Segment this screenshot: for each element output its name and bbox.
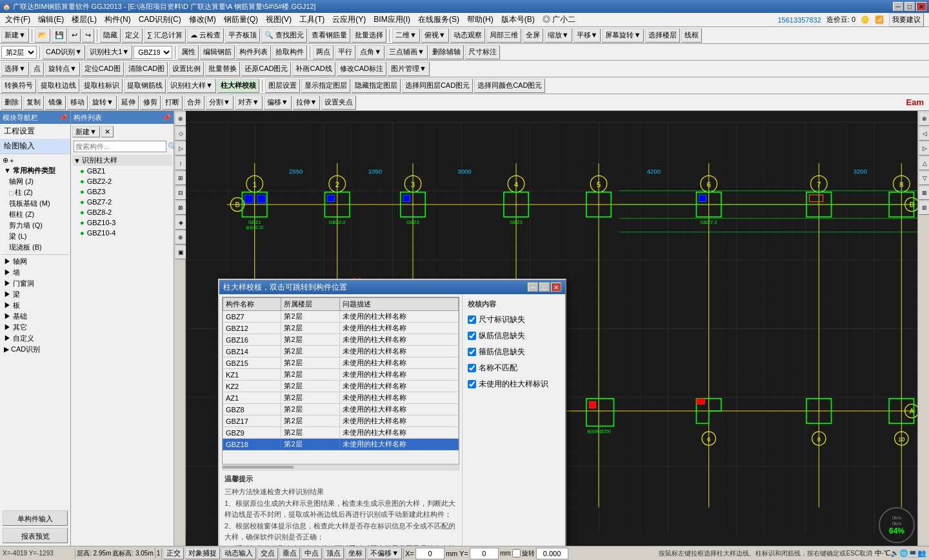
report-preview-btn[interactable]: 报表预览 xyxy=(3,528,68,543)
rot-point-btn[interactable]: 旋转点▼ xyxy=(45,62,80,76)
merge-btn[interactable]: 合并 xyxy=(184,95,205,110)
nav-foundation-group[interactable]: ▶ 基础 xyxy=(1,311,69,322)
find-btn[interactable]: 🔍 查找图元 xyxy=(261,28,307,43)
menu-help[interactable]: 帮助(H) xyxy=(463,13,497,26)
maximize-btn[interactable]: □ xyxy=(904,2,915,11)
nav-beam[interactable]: 梁 (L) xyxy=(1,231,69,242)
x-input[interactable] xyxy=(415,548,445,559)
zoom-btn[interactable]: 缩放▼ xyxy=(544,28,572,43)
menu-floor[interactable]: 楼层(L) xyxy=(68,13,101,26)
table-row[interactable]: KZ2 第2层 未使用的柱大样名称 xyxy=(223,381,459,392)
select-btn[interactable]: 选择▼ xyxy=(1,62,29,76)
sum-btn[interactable]: ∑ 汇总计算 xyxy=(144,28,186,43)
table-row[interactable]: GBZ7 第2层 未使用的柱大样名称 xyxy=(223,311,459,323)
nav-project-settings[interactable]: 工程设置 xyxy=(0,124,70,139)
align-top-btn[interactable]: 平齐板顶 xyxy=(225,28,260,43)
no-offset-btn[interactable]: 不偏移▼ xyxy=(367,548,402,559)
extract-col-mark-btn[interactable]: 提取柱标识 xyxy=(81,79,123,93)
menu-assistant[interactable]: ◎ 广小二 xyxy=(539,13,579,26)
midpoint-btn[interactable]: 中点 xyxy=(301,548,322,559)
nav-other-group[interactable]: ▶ 其它 xyxy=(1,322,69,333)
set-scale-btn[interactable]: 设置比例 xyxy=(169,62,204,76)
rt-tool-5[interactable]: ▽ xyxy=(919,171,929,185)
vertex-btn[interactable]: 顶点 xyxy=(323,548,344,559)
point-angle-btn[interactable]: 点角▼ xyxy=(357,45,385,59)
nav-pin[interactable]: 📌 xyxy=(59,114,68,122)
intersection-btn[interactable]: 交点 xyxy=(257,548,278,559)
rt-tool-7[interactable]: ⊞ xyxy=(919,201,929,215)
y-input[interactable] xyxy=(470,548,499,559)
nav-custom-group[interactable]: ▶ 自定义 xyxy=(1,333,69,344)
extract-col-edge-btn[interactable]: 提取柱边线 xyxy=(37,79,79,93)
suggestion-btn[interactable]: 我要建议 xyxy=(889,13,924,27)
align-btn[interactable]: 对齐▼ xyxy=(235,95,263,110)
minimize-btn[interactable]: ─ xyxy=(893,2,903,11)
layer-settings-btn[interactable]: 图层设置 xyxy=(265,79,300,93)
dialog-table-scroll[interactable]: 构件名称 所属楼层 问题描述 GBZ7 第2层 未使用的 xyxy=(222,297,459,465)
dim-btn[interactable]: 尺寸标注 xyxy=(465,45,500,59)
comp-pin[interactable]: 📌 xyxy=(162,114,171,122)
extend-btn[interactable]: 延伸 xyxy=(118,95,139,110)
wireframe-btn[interactable]: 线框 xyxy=(681,28,702,43)
nav-col[interactable]: □柱 (Z) xyxy=(1,187,69,198)
nav-cast-slab[interactable]: 现浇板 (B) xyxy=(1,242,69,253)
menu-bim[interactable]: BIM应用(I) xyxy=(370,13,414,26)
rotate-btn[interactable]: 屏幕旋转▼ xyxy=(602,28,644,43)
comp-new-btn[interactable]: 新建▼ xyxy=(72,126,100,137)
topview-btn[interactable]: 俯视▼ xyxy=(421,28,449,43)
nav-door-group[interactable]: ▶ 门窗洞 xyxy=(1,278,69,289)
new-btn[interactable]: 新建▼ xyxy=(1,28,29,43)
menu-rebar[interactable]: 钢筋量(Q) xyxy=(220,13,262,26)
dynamic-obs-btn[interactable]: 动态观察 xyxy=(450,28,485,43)
left-tool-1[interactable]: ⊕ xyxy=(175,112,186,126)
perpendicular-btn[interactable]: 垂点 xyxy=(279,548,300,559)
two-point-btn[interactable]: 两点 xyxy=(313,45,334,59)
menu-version[interactable]: 版本号(B) xyxy=(497,13,539,26)
checkbox-rebar[interactable] xyxy=(468,332,476,340)
menu-cloud[interactable]: 云应用(Y) xyxy=(328,13,370,26)
del-aux-btn[interactable]: 删除辅轴 xyxy=(429,45,464,59)
comp-del-btn[interactable]: ✕ xyxy=(101,126,114,137)
pick-comp-btn[interactable]: 拾取构件 xyxy=(272,45,307,59)
dialog-minimize-btn[interactable]: ─ xyxy=(528,283,538,292)
restore-cad-btn[interactable]: 还原CAD图元 xyxy=(241,62,291,76)
nav-slab-group[interactable]: ▶ 板 xyxy=(1,300,69,311)
rotate-input[interactable] xyxy=(536,548,568,559)
nav-expand-tools[interactable]: ⊕+ xyxy=(1,155,69,165)
nav-frame-col[interactable]: 框柱 (Z) xyxy=(1,209,69,220)
left-tool-8[interactable]: ◈ xyxy=(175,215,186,230)
dialog-maximize-btn[interactable]: □ xyxy=(539,283,550,292)
save-btn[interactable]: 💾 xyxy=(52,28,67,43)
view-rebar-btn[interactable]: 查看钢筋量 xyxy=(308,28,350,43)
extract-rebar-line-btn[interactable]: 提取钢筋线 xyxy=(124,79,166,93)
orthogonal-btn[interactable]: 正交 xyxy=(163,548,184,559)
dialog-close-btn[interactable]: ✕ xyxy=(551,283,561,292)
table-row[interactable]: KZ1 第2层 未使用的柱大样名称 xyxy=(223,369,459,381)
open-btn[interactable]: 📂 xyxy=(35,28,50,43)
break-btn[interactable]: 打断 xyxy=(162,95,183,110)
redo-btn[interactable]: ↪ xyxy=(82,28,94,43)
cloud-check-btn[interactable]: ☁ 云检查 xyxy=(187,28,224,43)
rotate2-btn[interactable]: 旋转▼ xyxy=(89,95,117,110)
table-row[interactable]: GBZ16 第2层 未使用的柱大样名称 xyxy=(223,334,459,346)
left-tool-10[interactable]: ▣ xyxy=(175,245,186,259)
nav-shear-wall[interactable]: 剪力墙 (Q) xyxy=(1,220,69,231)
offset-btn[interactable]: 偏移▼ xyxy=(264,95,292,110)
comp-item-gbz10-3[interactable]: ● GBZ10-3 xyxy=(77,217,172,228)
property-btn[interactable]: 属性 xyxy=(178,45,199,59)
same-layer-btn[interactable]: 选择同图层CAD图元 xyxy=(402,79,473,93)
checkbox-unused[interactable] xyxy=(468,380,476,388)
comp-item-gbz10-4[interactable]: ● GBZ10-4 xyxy=(77,228,172,238)
rt-tool-6[interactable]: ⊠ xyxy=(919,186,929,200)
hide-layer-btn[interactable]: 隐藏指定图层 xyxy=(352,79,401,93)
nav-cad-group[interactable]: ▶ CAD识别 xyxy=(1,344,69,355)
table-row[interactable]: GBZ14 第2层 未使用的柱大样名称 xyxy=(223,346,459,357)
2d-btn[interactable]: 二维▼ xyxy=(392,28,420,43)
floor-select-btn[interactable]: 选择楼层 xyxy=(645,28,680,43)
table-row-selected[interactable]: GBZ18 第2层 未使用的柱大样名称 xyxy=(223,439,459,450)
trim-btn[interactable]: 修剪 xyxy=(140,95,161,110)
define-btn[interactable]: 定义 xyxy=(122,28,143,43)
nav-common-types[interactable]: ▼ 常用构件类型 xyxy=(1,165,69,176)
delete-btn[interactable]: 删除 xyxy=(1,95,22,110)
rt-tool-2[interactable]: ◁ xyxy=(919,126,929,141)
